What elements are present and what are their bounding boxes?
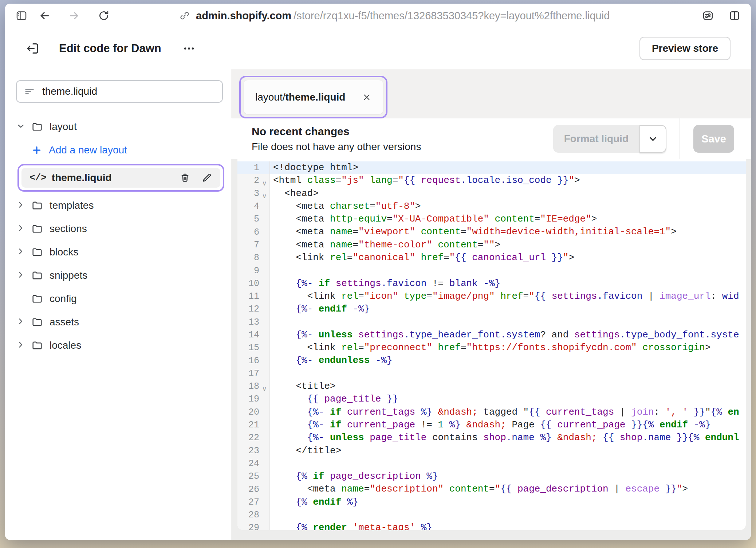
code-text[interactable]: <link rel="icon" type="image/png" href="…	[270, 290, 746, 303]
code-line-15[interactable]: 15 <link rel="preconnect" href="https://…	[237, 341, 746, 354]
code-text[interactable]: {%- if settings.favicon != blank -%}	[270, 277, 746, 290]
sidebar-toggle-icon[interactable]	[15, 9, 28, 22]
code-line-23[interactable]: 23 </title>	[237, 445, 746, 457]
code-text[interactable]: <link rel="preconnect" href="https://fon…	[270, 341, 746, 354]
chevron-right-icon[interactable]	[16, 223, 25, 234]
exit-icon[interactable]	[25, 41, 40, 56]
code-text[interactable]: {%- unless page_title contains shop.name…	[270, 431, 746, 444]
back-icon[interactable]	[38, 9, 51, 22]
code-text[interactable]: {%- endunless -%}	[270, 354, 746, 367]
code-line-9[interactable]: 9	[237, 264, 746, 277]
code-text[interactable]: {% render 'meta-tags' %}	[270, 521, 746, 530]
code-line-5[interactable]: 5 <meta http-equiv="X-UA-Compatible" con…	[237, 213, 746, 226]
code-text[interactable]	[270, 509, 746, 521]
controls-icon[interactable]	[701, 9, 714, 22]
sidebar-item-templates[interactable]: templates	[5, 194, 231, 217]
code-text[interactable]: {% if page_description %}	[270, 470, 746, 483]
code-text[interactable]: <meta http-equiv="X-UA-Compatible" conte…	[270, 213, 746, 226]
code-line-25[interactable]: 25 {% if page_description %}	[237, 470, 746, 483]
chevron-right-icon[interactable]	[16, 317, 25, 328]
code-line-4[interactable]: 4 <meta charset="utf-8">	[237, 200, 746, 213]
code-line-11[interactable]: 11 <link rel="icon" type="image/png" hre…	[237, 290, 746, 303]
pencil-icon[interactable]	[201, 172, 212, 183]
preview-store-button[interactable]: Preview store	[639, 37, 731, 60]
code-text[interactable]: </title>	[270, 445, 746, 457]
code-line-27[interactable]: 27 {% endif %}	[237, 496, 746, 509]
chevron-right-icon[interactable]	[16, 200, 25, 211]
split-view-icon[interactable]	[728, 9, 741, 22]
chevron-down-icon[interactable]	[16, 121, 25, 132]
code-line-22[interactable]: 22 {%- unless page_title contains shop.n…	[237, 431, 746, 444]
code-line-19[interactable]: 19 {{ page_title }}	[237, 393, 746, 406]
code-line-21[interactable]: 21 {%- if current_page != 1 %} &ndash; P…	[237, 419, 746, 431]
fold-slot	[259, 406, 269, 419]
code-line-20[interactable]: 20 {%- if current_tags %} &ndash; tagged…	[237, 406, 746, 419]
close-icon[interactable]	[362, 93, 371, 102]
chevron-down-icon[interactable]	[639, 125, 666, 153]
tab-theme-liquid[interactable]: layout/theme.liquid	[244, 80, 383, 114]
code-text[interactable]: <head>	[270, 187, 746, 200]
code-line-2[interactable]: 2∨<html class="js" lang="{{ request.loca…	[237, 174, 746, 187]
code-text[interactable]	[270, 457, 746, 470]
format-liquid-button[interactable]: Format liquid	[553, 125, 666, 153]
code-line-28[interactable]: 28	[237, 509, 746, 521]
fold-toggle-icon[interactable]: ∨	[259, 187, 269, 200]
sidebar-item-blocks[interactable]: blocks	[5, 240, 231, 264]
code-line-17[interactable]: 17	[237, 367, 746, 380]
code-text[interactable]: {{ page_title }}	[270, 393, 746, 406]
code-text[interactable]: <meta name="theme-color" content="">	[270, 239, 746, 251]
sidebar-item-layout[interactable]: layout	[5, 115, 231, 138]
sidebar-item-config[interactable]: config	[5, 287, 231, 310]
code-text[interactable]: <link rel="canonical" href="{{ canonical…	[270, 251, 746, 264]
code-text[interactable]: <html class="js" lang="{{ request.locale…	[270, 174, 746, 187]
code-text[interactable]	[270, 316, 746, 329]
code-line-24[interactable]: 24	[237, 457, 746, 470]
address-bar[interactable]: admin.shopify.com/store/rzq1xu-f5/themes…	[179, 10, 610, 22]
sidebar-item-sections[interactable]: sections	[5, 217, 231, 240]
code-line-1[interactable]: 1<!doctype html>	[237, 161, 746, 174]
file-search-field[interactable]	[16, 80, 223, 103]
add-new-layout-button[interactable]: Add a new layout	[5, 138, 231, 162]
code-line-18[interactable]: 18∨ <title>	[237, 380, 746, 393]
fold-toggle-icon[interactable]: ∨	[259, 174, 269, 187]
code-text[interactable]: <meta name="viewport" content="width=dev…	[270, 226, 746, 238]
sidebar-item-locales[interactable]: locales	[5, 334, 231, 357]
chevron-right-icon[interactable]	[16, 270, 25, 281]
kebab-icon[interactable]	[182, 42, 196, 55]
code-line-14[interactable]: 14 {%- unless settings.type_header_font.…	[237, 329, 746, 341]
code-line-13[interactable]: 13	[237, 316, 746, 329]
reload-icon[interactable]	[98, 9, 110, 22]
code-text[interactable]	[270, 367, 746, 380]
chevron-right-icon[interactable]	[16, 247, 25, 258]
code-text[interactable]	[270, 264, 746, 277]
code-line-29[interactable]: 29 {% render 'meta-tags' %}	[237, 521, 746, 530]
code-text[interactable]: <meta charset="utf-8">	[270, 200, 746, 213]
code-line-26[interactable]: 26 <meta name="description" content="{{ …	[237, 483, 746, 496]
chevron-right-icon[interactable]	[16, 340, 25, 351]
code-line-6[interactable]: 6 <meta name="viewport" content="width=d…	[237, 226, 746, 238]
sidebar-item-snippets[interactable]: snippets	[5, 264, 231, 287]
code-line-7[interactable]: 7 <meta name="theme-color" content="">	[237, 239, 746, 251]
code-text[interactable]: <title>	[270, 380, 746, 393]
fold-toggle-icon[interactable]: ∨	[259, 380, 269, 393]
gutter: 27	[237, 496, 270, 509]
code-line-8[interactable]: 8 <link rel="canonical" href="{{ canonic…	[237, 251, 746, 264]
line-number: 28	[237, 510, 259, 520]
code-line-10[interactable]: 10 {%- if settings.favicon != blank -%}	[237, 277, 746, 290]
code-line-12[interactable]: 12 {%- endif -%}	[237, 303, 746, 316]
code-line-3[interactable]: 3∨ <head>	[237, 187, 746, 200]
code-text[interactable]: {%- if current_tags %} &ndash; tagged "{…	[270, 406, 746, 419]
code-text[interactable]: {%- endif -%}	[270, 303, 746, 316]
code-text[interactable]: {%- if current_page != 1 %} &ndash; Page…	[270, 419, 746, 431]
sidebar-item-theme-liquid[interactable]: </>theme.liquid	[21, 168, 220, 188]
code-text[interactable]: {%- unless settings.type_header_font.sys…	[270, 329, 746, 341]
trash-icon[interactable]	[180, 172, 190, 183]
code-text[interactable]: {% endif %}	[270, 496, 746, 509]
sidebar-item-assets[interactable]: assets	[5, 310, 231, 334]
save-button[interactable]: Save	[693, 125, 734, 153]
search-input[interactable]	[42, 85, 215, 98]
code-editor[interactable]: 1<!doctype html>2∨<html class="js" lang=…	[237, 159, 746, 530]
code-text[interactable]: <meta name="description" content="{{ pag…	[270, 483, 746, 496]
code-text[interactable]: <!doctype html>	[270, 161, 746, 174]
code-line-16[interactable]: 16 {%- endunless -%}	[237, 354, 746, 367]
